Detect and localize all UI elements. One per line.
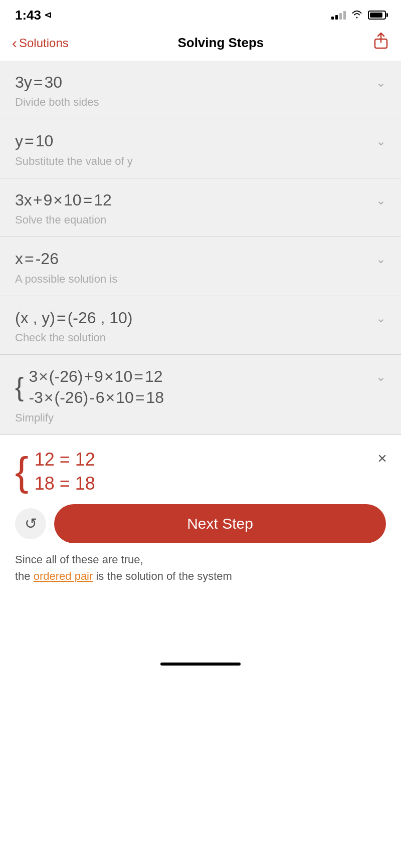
chevron-left-icon: ‹: [12, 35, 17, 52]
replay-icon: ↺: [25, 515, 37, 532]
step-equation: { 3×(-26)+9×10=12 -3×(-26)-6×10=18: [15, 367, 371, 407]
chevron-down-icon: ⌄: [376, 190, 386, 207]
result-line-2: 18 = 18: [35, 473, 95, 494]
signal-icon: [331, 11, 346, 20]
status-time: 1:43 ⊲: [15, 8, 52, 23]
result-brace-symbol: {: [15, 452, 29, 492]
chevron-down-icon: ⌄: [376, 131, 386, 148]
back-label[interactable]: Solutions: [19, 36, 69, 50]
status-icons: [331, 10, 386, 21]
replay-button[interactable]: ↺: [15, 508, 46, 539]
step-description: Check the solution: [15, 331, 371, 344]
bottom-panel: × { 12 = 12 18 = 18 ↺ Next Step Since al…: [0, 435, 401, 656]
chevron-down-icon: ⌄: [376, 249, 386, 266]
status-bar: 1:43 ⊲: [0, 0, 401, 27]
solution-text-true: true,: [121, 553, 143, 566]
chevron-down-icon: ⌄: [376, 73, 386, 90]
ordered-pair-link[interactable]: ordered pair: [34, 570, 93, 582]
step-content: (x , y)=(-26 , 10) Check the solution: [15, 308, 371, 344]
step-equation: y=10: [15, 131, 371, 150]
time-label: 1:43: [15, 8, 41, 23]
share-button[interactable]: [373, 32, 389, 54]
close-button[interactable]: ×: [377, 449, 387, 468]
step-equation: (x , y)=(-26 , 10): [15, 308, 371, 327]
nav-bar: ‹ Solutions Solving Steps: [0, 27, 401, 61]
chevron-down-icon: ⌄: [376, 308, 386, 325]
step-content: 3x+9×10=12 Solve the equation: [15, 190, 371, 227]
step-equation: x=-26: [15, 249, 371, 268]
step-row[interactable]: { 3×(-26)+9×10=12 -3×(-26)-6×10=18 Simpl…: [0, 355, 401, 435]
step-description: Solve the equation: [15, 213, 371, 227]
location-icon: ⊲: [44, 10, 52, 21]
home-indicator-area: [0, 656, 401, 666]
step-row[interactable]: 3x+9×10=12 Solve the equation ⌄: [0, 178, 401, 237]
step-row[interactable]: y=10 Substitute the value of y ⌄: [0, 119, 401, 178]
battery-icon: [368, 11, 386, 20]
solution-text-prefix: Since all of these are: [15, 553, 121, 566]
back-button[interactable]: ‹ Solutions: [12, 35, 69, 52]
solution-text-suffix: is the solution of the system: [93, 570, 232, 582]
solution-text: Since all of these are true, the ordered…: [15, 551, 386, 584]
result-display: { 12 = 12 18 = 18: [15, 449, 386, 494]
step-content: { 3×(-26)+9×10=12 -3×(-26)-6×10=18 Simpl…: [15, 367, 371, 424]
step-equation: 3y=30: [15, 73, 371, 92]
step-equation: 3x+9×10=12: [15, 190, 371, 209]
next-step-button[interactable]: Next Step: [54, 504, 386, 543]
step-content: y=10 Substitute the value of y: [15, 131, 371, 167]
step-description: Divide both sides: [15, 96, 371, 109]
step-description: Simplify: [15, 411, 371, 424]
wifi-icon: [351, 10, 363, 21]
home-indicator: [160, 663, 241, 666]
equation-line-1: 3×(-26)+9×10=12: [29, 367, 164, 386]
step-content: x=-26 A possible solution is: [15, 249, 371, 285]
equation-line-2: -3×(-26)-6×10=18: [29, 388, 164, 407]
action-area: ↺ Next Step: [15, 504, 386, 543]
step-description: A possible solution is: [15, 273, 371, 286]
page-title: Solving Steps: [177, 35, 264, 51]
step-row[interactable]: (x , y)=(-26 , 10) Check the solution ⌄: [0, 296, 401, 355]
result-line-1: 12 = 12: [35, 449, 95, 470]
steps-container: 3y=30 Divide both sides ⌄ y=10 Substitut…: [0, 61, 401, 435]
step-row[interactable]: x=-26 A possible solution is ⌄: [0, 237, 401, 296]
result-lines: 12 = 12 18 = 18: [35, 449, 95, 494]
step-description: Substitute the value of y: [15, 155, 371, 168]
step-content: 3y=30 Divide both sides: [15, 73, 371, 109]
step-row[interactable]: 3y=30 Divide both sides ⌄: [0, 61, 401, 119]
chevron-down-icon: ⌄: [376, 367, 386, 384]
